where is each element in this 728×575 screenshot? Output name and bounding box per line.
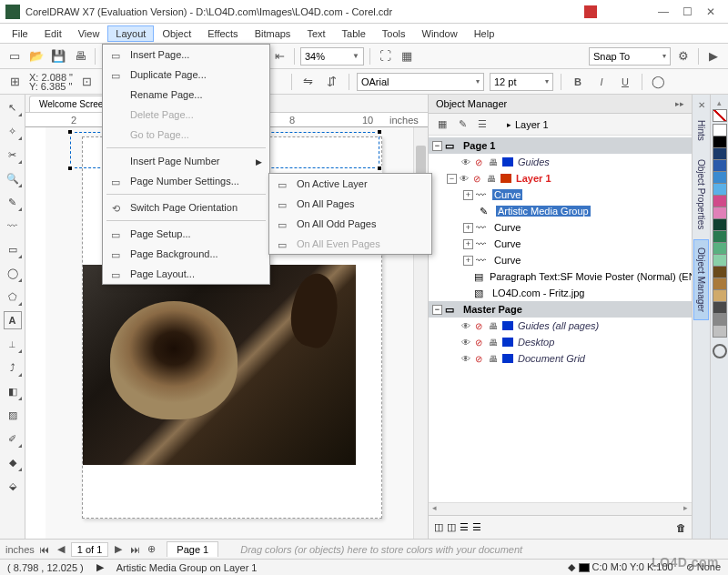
submenu-item[interactable]: ▭On All Pages [269,194,431,214]
smart-fill-tool-icon[interactable]: ⬙ [4,477,22,495]
show-props-icon[interactable]: ▦ [434,116,450,133]
tree-guides[interactable]: Guides [516,156,551,167]
fill-tool-icon[interactable]: ◆ [4,453,22,471]
snap-combo[interactable]: Snap To▾ [589,47,671,66]
tree-layer1[interactable]: Layer 1 [514,173,553,184]
zoom-combo[interactable]: 34%▼ [300,47,364,66]
color-swatch[interactable] [713,195,727,207]
launch-icon[interactable]: ▶ [704,47,723,66]
outline-swatch[interactable] [713,344,727,358]
next-page-icon[interactable]: ▶ [112,543,125,555]
italic-icon[interactable]: I [592,73,611,91]
minimize-button[interactable]: — [652,3,675,21]
freehand-tool-icon[interactable]: ✎ [4,193,22,211]
menu-table[interactable]: Table [334,25,374,42]
color-swatch[interactable] [713,124,727,136]
bold-icon[interactable]: B [569,73,587,91]
close-dock-icon[interactable]: ✕ [698,100,705,110]
zoom-tool-icon[interactable]: 🔍 [4,169,22,187]
color-swatch[interactable] [713,289,727,302]
rectangle-tool-icon[interactable]: ▭ [4,240,22,258]
new-master-icon[interactable]: ◫ [447,521,456,533]
shape-tool-icon[interactable]: ✧ [4,122,22,140]
new-layer2-icon[interactable]: ☰ [460,521,469,533]
ellipse-icon[interactable]: ◯ [650,73,668,91]
tree-master-page[interactable]: Master Page [461,304,524,315]
edit-layers-icon[interactable]: ✎ [454,116,470,133]
artistic-media-tool-icon[interactable]: 〰 [4,217,22,235]
object-tree[interactable]: −▭Page 1 👁⊘🖶Guides −👁⊘🖶Layer 1 +〰Curve ✎… [429,136,692,502]
color-swatch[interactable] [713,325,727,338]
connector-tool-icon[interactable]: ⤴ [4,358,22,377]
fullscreen-icon[interactable]: ⛶ [376,47,394,66]
rulers-icon[interactable]: ▦ [398,47,416,66]
color-swatch[interactable] [713,136,727,148]
menu-edit[interactable]: Edit [36,25,70,42]
menu-file[interactable]: File [4,25,36,42]
submenu-item[interactable]: ▭On All Odd Pages [269,214,431,234]
tree-document-grid[interactable]: Document Grid [516,353,587,364]
menu-item[interactable]: ⟲Switch Page Orientation [103,197,269,217]
menu-item[interactable]: ▭Page Layout... [103,264,269,284]
dropshadow-tool-icon[interactable]: ◧ [4,382,22,400]
object-manager-tab[interactable]: Object Manager [693,239,709,320]
tree-guides-all[interactable]: Guides (all pages) [516,320,601,331]
panel-menu-icon[interactable]: ▸▸ [675,99,684,108]
submenu-item[interactable]: ▭On Active Layer [269,174,431,194]
menu-item[interactable]: ▭Insert Page... [103,45,269,65]
color-swatch[interactable] [713,242,727,255]
menu-view[interactable]: View [70,25,108,42]
underline-icon[interactable]: U [616,73,634,91]
delete-icon[interactable]: 🗑 [676,522,686,533]
polygon-tool-icon[interactable]: ⬠ [4,288,22,306]
menu-text[interactable]: Text [298,25,333,42]
color-swatch[interactable] [713,207,727,219]
menu-window[interactable]: Window [414,25,466,42]
save-icon[interactable]: 💾 [49,47,67,66]
menu-item[interactable]: Insert Page Number▶ [103,151,269,171]
page-number-submenu[interactable]: ▭On Active Layer▭On All Pages▭On All Odd… [268,173,432,255]
crop-tool-icon[interactable]: ✂ [4,146,22,164]
menu-object[interactable]: Object [154,25,199,42]
menu-bitmaps[interactable]: Bitmaps [247,25,299,42]
tree-bitmap[interactable]: LO4D.com - Fritz.jpg [490,288,586,298]
add-page-icon[interactable]: ⊕ [145,543,157,555]
tree-curve[interactable]: Curve [492,222,522,233]
ellipse-tool-icon[interactable]: ◯ [4,264,22,282]
mirror-v-icon[interactable]: ⇵ [323,73,341,91]
new-icon[interactable]: ▭ [5,47,24,66]
color-swatch[interactable] [713,313,727,326]
color-swatch[interactable] [713,218,727,231]
close-button[interactable]: ✕ [699,3,723,21]
color-swatch[interactable] [713,254,727,267]
tree-curve[interactable]: Curve [492,255,522,266]
color-swatch[interactable] [713,171,727,184]
print-icon[interactable]: 🖶 [71,47,89,66]
color-swatch[interactable] [713,277,727,290]
tree-artistic-media[interactable]: Artistic Media Group [496,206,591,217]
menu-layout[interactable]: Layout [107,25,154,42]
mirror-h-icon[interactable]: ⇋ [299,73,318,91]
open-icon[interactable]: 📂 [27,47,46,66]
hints-tab[interactable]: Hints [693,112,709,149]
color-swatch[interactable] [713,301,727,314]
tree-page1[interactable]: Page 1 [461,140,497,151]
maximize-button[interactable]: ☐ [675,3,699,21]
first-page-icon[interactable]: ⏮ [38,544,51,555]
export-icon[interactable]: ⇤ [270,47,288,66]
menu-help[interactable]: Help [466,25,503,42]
eyedropper-tool-icon[interactable]: ✐ [4,429,22,448]
menu-item[interactable]: Rename Page... [103,85,269,105]
color-swatch[interactable] [713,266,727,278]
color-swatch[interactable] [713,183,727,196]
pick-tool-icon[interactable]: ↖ [4,98,22,116]
options-icon[interactable]: ⚙ [674,47,693,66]
menu-item[interactable]: ▭Page Background... [103,244,269,264]
menu-tools[interactable]: Tools [374,25,414,42]
prev-page-icon[interactable]: ◀ [55,543,67,555]
menu-item[interactable]: ▭Page Number Settings... [103,171,269,191]
object-properties-tab[interactable]: Object Properties [693,151,709,237]
bitmap-image[interactable] [83,265,356,465]
menu-item[interactable]: ▭Page Setup... [103,224,269,244]
font-combo[interactable]: O Arial▾ [357,73,484,91]
